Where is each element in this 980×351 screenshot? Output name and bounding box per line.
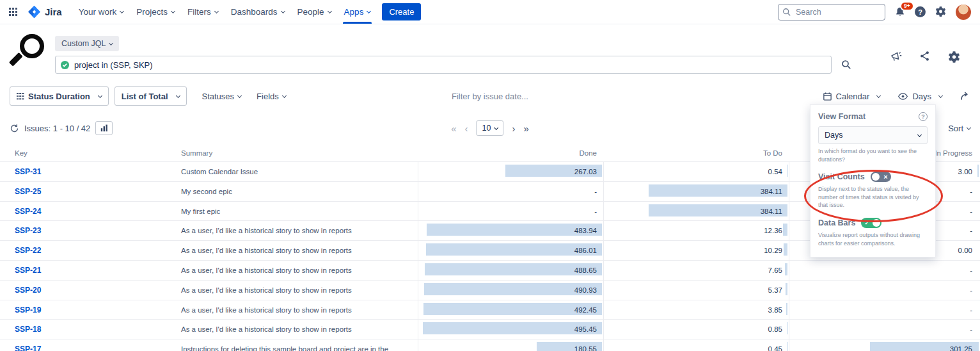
issue-key-link[interactable]: SSP-17 — [15, 345, 41, 351]
calendar-dropdown[interactable]: Calendar — [823, 92, 881, 101]
jira-logo[interactable]: Jira — [28, 5, 62, 19]
sort-dropdown[interactable]: Sort — [948, 124, 970, 133]
main-nav: Your work Projects Filters Dashboards Pe… — [72, 0, 377, 24]
nav-projects[interactable]: Projects — [130, 0, 181, 24]
report-settings-gear-icon[interactable] — [947, 51, 961, 64]
query-mode-label: Custom JQL — [61, 39, 106, 48]
data-bars-toggle[interactable]: ✓× — [861, 218, 881, 228]
nav-label: Apps — [344, 7, 364, 17]
query-mode-dropdown[interactable]: Custom JQL — [55, 36, 119, 51]
global-search-input[interactable] — [778, 4, 885, 20]
issue-summary: As a user, I'd like a historical story t… — [181, 281, 418, 300]
statuses-dropdown[interactable]: Statuses — [202, 92, 242, 101]
nav-dashboards[interactable]: Dashboards — [225, 0, 291, 24]
chevron-down-icon — [214, 9, 219, 13]
issue-summary: As a user, I'd like a historical story t… — [181, 241, 418, 260]
create-button[interactable]: Create — [382, 3, 421, 20]
page-size-select[interactable]: 10 — [477, 120, 504, 136]
column-header-done[interactable]: Done — [418, 147, 603, 161]
view-format-select[interactable]: Days — [818, 126, 928, 144]
issue-key-link[interactable]: SSP-22 — [15, 246, 41, 255]
nav-apps[interactable]: Apps — [338, 0, 377, 24]
fields-dropdown[interactable]: Fields — [257, 92, 286, 101]
issue-summary: My first epic — [181, 202, 418, 221]
column-header-key[interactable]: Key — [15, 147, 181, 161]
nav-label: Dashboards — [231, 7, 278, 17]
chevron-down-icon — [175, 93, 180, 97]
help-icon[interactable]: ? — [915, 6, 926, 17]
chart-view-button[interactable] — [95, 121, 113, 135]
app-switcher-icon[interactable] — [9, 8, 28, 16]
run-query-search-icon[interactable] — [841, 60, 851, 70]
data-bars-row: Data Bars ✓× — [818, 218, 928, 228]
pagination-first-button[interactable]: « — [451, 124, 456, 133]
share-icon[interactable] — [919, 51, 930, 61]
issue-key-link[interactable]: SSP-24 — [15, 207, 41, 216]
cell-done: 486.01 — [418, 241, 603, 260]
nav-people[interactable]: People — [291, 0, 338, 24]
table-row[interactable]: SSP-19 As a user, I'd like a historical … — [0, 300, 980, 320]
nav-filters[interactable]: Filters — [181, 0, 225, 24]
table-row[interactable]: SSP-17 Instructions for deleting this sa… — [0, 339, 980, 351]
help-circle-icon[interactable]: ? — [919, 112, 928, 121]
cell-done: 267.03 — [418, 162, 603, 181]
table-row[interactable]: SSP-21 As a user, I'd like a historical … — [0, 261, 980, 281]
top-nav: Jira Your work Projects Filters Dashboar… — [0, 0, 980, 24]
data-bar — [784, 243, 787, 256]
report-type-dropdown[interactable]: Status Duration — [10, 86, 109, 106]
calendar-label: Calendar — [836, 92, 870, 101]
magnifier-lens — [20, 34, 44, 58]
table-row[interactable]: SSP-18 As a user, I'd like a historical … — [0, 320, 980, 339]
cell-value: 0.85 — [768, 325, 782, 333]
date-filter-wrap — [400, 90, 580, 102]
view-format-row: View Format ? — [818, 112, 928, 121]
column-header-todo[interactable]: To Do — [603, 147, 789, 161]
cell-key: SSP-22 — [15, 241, 181, 260]
issue-key-link[interactable]: SSP-19 — [15, 306, 41, 314]
cell-value: - — [970, 286, 972, 294]
settings-gear-icon[interactable] — [935, 6, 947, 18]
refresh-icon[interactable] — [10, 124, 19, 133]
view-format-help-text: In which format do you want to see the d… — [818, 147, 928, 163]
issue-key-link[interactable]: SSP-31 — [15, 167, 41, 176]
issue-summary: As a user, I'd like a historical story t… — [181, 320, 418, 339]
chevron-down-icon — [328, 9, 332, 13]
issue-key-link[interactable]: SSP-21 — [15, 266, 41, 275]
cell-value: - — [594, 188, 597, 195]
nav-your-work[interactable]: Your work — [72, 0, 130, 24]
visit-counts-toggle[interactable]: ✓× — [871, 172, 891, 182]
issue-key-link[interactable]: SSP-25 — [15, 187, 41, 196]
cell-value: 180.55 — [574, 345, 597, 351]
feedback-megaphone-icon[interactable] — [890, 51, 902, 63]
query-main: Custom JQL — [55, 33, 851, 74]
cell-todo: 0.54 — [603, 162, 789, 181]
cell-todo: 12.36 — [603, 221, 789, 240]
export-icon[interactable] — [960, 91, 970, 102]
cell-value: 486.01 — [574, 247, 597, 254]
table-row[interactable]: SSP-20 As a user, I'd like a historical … — [0, 281, 980, 300]
cell-value: - — [970, 188, 972, 195]
pagination-last-button[interactable]: » — [523, 124, 528, 133]
issue-key-link[interactable]: SSP-18 — [15, 325, 41, 334]
issue-key-link[interactable]: SSP-20 — [15, 286, 41, 295]
column-header-summary[interactable]: Summary — [181, 147, 418, 161]
data-bars-help-text: Visualize report outputs without drawing… — [818, 231, 928, 247]
cell-todo: 384.11 — [603, 202, 789, 221]
jql-input[interactable] — [55, 56, 832, 74]
user-avatar[interactable] — [956, 4, 971, 20]
pagination-prev-button[interactable]: ‹ — [465, 124, 468, 133]
issue-key-link[interactable]: SSP-23 — [15, 226, 41, 235]
pagination-next-button[interactable]: › — [512, 124, 515, 133]
cell-done: 483.94 — [418, 221, 603, 240]
jql-box — [55, 56, 832, 74]
data-bar — [785, 263, 787, 275]
cell-value: 384.11 — [761, 208, 782, 215]
data-bars-label: Data Bars — [818, 218, 855, 227]
cell-done: 490.93 — [418, 281, 603, 300]
view-format-dropdown[interactable]: Days — [897, 91, 942, 102]
issue-date-filter-input[interactable] — [400, 92, 580, 101]
aggregation-dropdown[interactable]: List of Total — [115, 86, 187, 106]
notifications-button[interactable]: 9+ — [894, 6, 906, 18]
page-size-value: 10 — [482, 124, 491, 133]
cell-value: 0.00 — [958, 247, 972, 254]
